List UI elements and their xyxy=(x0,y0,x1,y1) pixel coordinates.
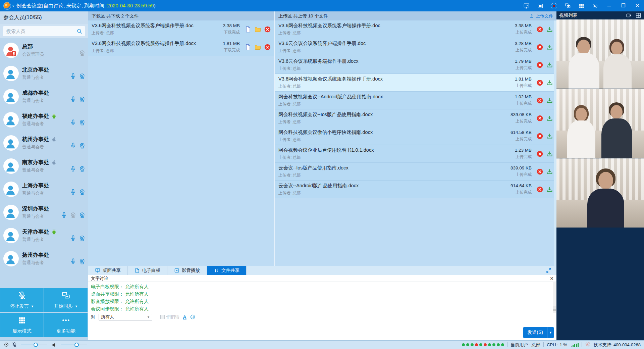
upload-file-link[interactable]: 上传文件 xyxy=(529,13,553,19)
开始同步-button[interactable]: 开始同步▼ xyxy=(44,288,88,312)
chevron-down-icon[interactable]: ▼ xyxy=(75,305,78,308)
expand-icon[interactable] xyxy=(546,267,552,273)
mic-icon[interactable] xyxy=(61,212,67,218)
mic-icon[interactable] xyxy=(70,165,76,172)
webcam-icon[interactable] xyxy=(79,235,86,242)
send-button[interactable]: 发送(S) xyxy=(523,327,547,338)
webcam-off-icon[interactable] xyxy=(70,212,76,218)
tab-whiteboard[interactable]: 电子白板 xyxy=(128,266,167,275)
dl-icon[interactable] xyxy=(546,133,553,140)
speaker-volume-slider[interactable] xyxy=(61,343,87,347)
folder-icon[interactable] xyxy=(254,44,261,51)
file-row[interactable]: V3.6云会议会议系统客户端操作手册.doc上传者: 总部3.28 MB上传完成 xyxy=(275,38,556,56)
emoji-icon[interactable] xyxy=(190,314,196,320)
video-thumbnail-1[interactable] xyxy=(556,19,644,89)
del-icon[interactable] xyxy=(536,186,543,193)
page-icon[interactable] xyxy=(245,44,252,51)
mic-icon[interactable] xyxy=(70,258,76,265)
participant-row[interactable]: 福建办事处普通与会者 xyxy=(0,108,88,131)
del-icon[interactable] xyxy=(536,44,543,51)
tab-desktop-share[interactable]: 桌面共享 xyxy=(88,266,128,275)
search-icon[interactable] xyxy=(76,28,83,34)
chevron-down-icon[interactable]: ∨ xyxy=(12,4,14,8)
speaker-icon[interactable] xyxy=(52,342,58,348)
tab-file-share[interactable]: 文件共享 xyxy=(207,266,247,275)
webcam-icon[interactable] xyxy=(79,73,86,80)
webcam-icon[interactable] xyxy=(79,142,86,149)
del-icon[interactable] xyxy=(536,97,543,104)
dl-icon[interactable] xyxy=(546,61,553,68)
send-dropdown[interactable]: ▼ xyxy=(547,327,554,338)
maximize-button[interactable]: ❐ xyxy=(620,3,627,9)
page-icon[interactable] xyxy=(245,26,252,33)
folder-icon[interactable] xyxy=(254,26,261,33)
file-row[interactable]: V3.6网会科技视频会议系统客户端操作手册.doc上传者: 总部3.38 MB上… xyxy=(275,20,556,38)
del-icon[interactable] xyxy=(264,44,271,51)
webcam-icon[interactable] xyxy=(79,258,86,265)
close-button[interactable]: ✕ xyxy=(634,3,641,9)
更多功能-button[interactable]: 更多功能 xyxy=(44,313,88,337)
chat-close-icon[interactable]: ✕ xyxy=(550,276,554,281)
record-icon[interactable] xyxy=(551,3,557,9)
webcam-icon[interactable] xyxy=(79,165,86,172)
dl-icon[interactable] xyxy=(546,115,553,122)
search-input[interactable] xyxy=(6,28,76,34)
mic-icon[interactable] xyxy=(70,189,76,195)
participant-row[interactable]: 上海办事处普通与会者 xyxy=(0,178,88,201)
minimize-button[interactable]: ─ xyxy=(606,3,612,9)
mic-muted-icon[interactable] xyxy=(11,342,17,348)
mic-icon[interactable] xyxy=(70,119,76,126)
participant-row[interactable]: 北京办事处普通与会者 xyxy=(0,62,88,85)
settings-gear-icon[interactable] xyxy=(592,3,598,9)
file-row[interactable]: V3.6网会科技视频会议系统服务端操作手册.docx上传者: 总部1.81 MB… xyxy=(88,38,274,56)
participant-row[interactable]: 成都办事处普通与会者 xyxy=(0,85,88,108)
mic-icon[interactable] xyxy=(70,96,76,103)
del-icon[interactable] xyxy=(536,26,543,33)
video-thumbnail-3[interactable] xyxy=(556,158,644,228)
del-icon[interactable] xyxy=(536,133,543,140)
dl-icon[interactable] xyxy=(546,168,553,175)
file-row[interactable]: 云会议--Android版产品使用指南.docx上传者: 总部914.64 KB… xyxy=(275,181,556,198)
webcam-icon[interactable] xyxy=(79,189,86,195)
chevron-down-icon[interactable]: ▼ xyxy=(31,305,34,308)
remote-control-icon[interactable] xyxy=(523,3,530,9)
del-icon[interactable] xyxy=(536,150,543,157)
dl-icon[interactable] xyxy=(546,26,553,33)
participant-row[interactable]: 天津办事处普通与会者 xyxy=(0,224,88,247)
participant-row[interactable]: 扬州办事处普通与会者 xyxy=(0,247,88,270)
停止发言-button[interactable]: 停止发言▼ xyxy=(0,288,44,312)
sync-screens-icon[interactable] xyxy=(565,3,571,9)
file-row[interactable]: 云会议--Ios版产品使用指南.docx上传者: 总部839.09 KB上传完成 xyxy=(275,163,556,181)
webcam-icon[interactable] xyxy=(79,96,86,103)
tab-media-play[interactable]: 影音播放 xyxy=(167,266,207,275)
del-icon[interactable] xyxy=(264,26,271,33)
file-row[interactable]: 网会视频会议企业后台使用说明书1.0.1.docx上传者: 总部1.23 MB上… xyxy=(275,145,556,163)
file-row[interactable]: V3.6云会议系统服务端操作手册.docx上传者: 总部1.79 MB上传完成 xyxy=(275,56,556,74)
participant-row[interactable]: 深圳办事处普通与会者 xyxy=(0,201,88,224)
video-layout-icon[interactable] xyxy=(635,12,641,18)
del-icon[interactable] xyxy=(536,115,543,122)
participant-row[interactable]: 总部会议管理员 xyxy=(0,39,88,62)
dl-icon[interactable] xyxy=(546,79,553,86)
del-icon[interactable] xyxy=(536,61,543,68)
whisper-checkbox[interactable] xyxy=(160,315,165,319)
file-row[interactable]: V3.6网会科技视频会议系统服务端操作手册.docx上传者: 总部1.81 MB… xyxy=(275,74,556,92)
mic-icon[interactable] xyxy=(70,235,76,242)
participant-row[interactable]: 杭州办事处普通与会者 xyxy=(0,131,88,154)
mic-icon[interactable] xyxy=(70,142,76,149)
recipient-select[interactable]: 所有人 ▼ xyxy=(99,314,152,320)
chat-input-area[interactable]: 发送(S) ▼ xyxy=(88,321,556,340)
dl-icon[interactable] xyxy=(546,44,553,51)
video-thumbnail-2[interactable] xyxy=(556,89,644,158)
file-row[interactable]: 网会科技视频会议--Android版产品使用指南.docx上传者: 总部1.02… xyxy=(275,92,556,109)
webcam-icon[interactable] xyxy=(79,119,86,126)
webcam-status-icon[interactable] xyxy=(3,342,9,348)
fullscreen-window-icon[interactable] xyxy=(537,3,543,9)
mic-volume-slider[interactable] xyxy=(21,343,47,347)
del-icon[interactable] xyxy=(536,168,543,175)
mic-icon[interactable] xyxy=(70,73,76,80)
file-row[interactable]: V3.6网会科技视频会议系统客户端操作手册.doc上传者: 总部3.38 MB下… xyxy=(88,20,274,38)
del-icon[interactable] xyxy=(536,79,543,86)
chat-scrollbar[interactable] xyxy=(553,282,556,313)
显示模式-button[interactable]: 显示模式 xyxy=(0,313,44,337)
